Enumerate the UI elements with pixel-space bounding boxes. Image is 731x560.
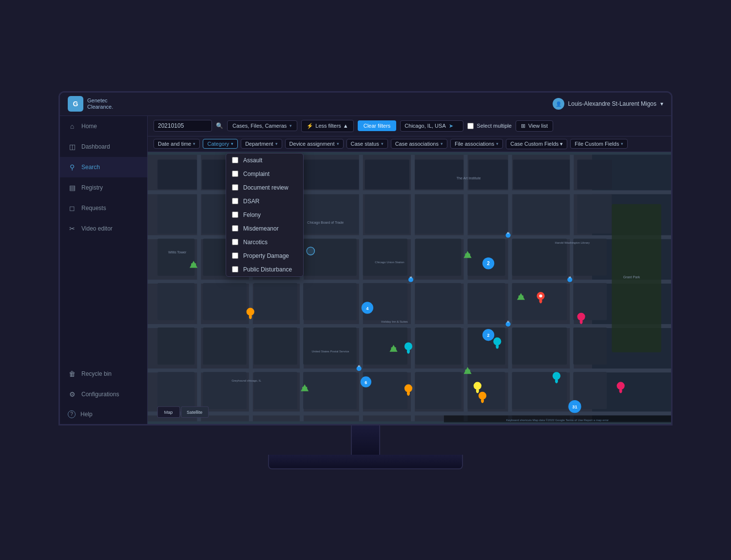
logo-sub: Clearance. [87, 104, 113, 110]
select-multiple-control[interactable]: Select multiple [467, 123, 512, 129]
sidebar-item-registry[interactable]: ▤ Registry [60, 177, 147, 198]
dropdown-item-public-disturbance[interactable]: Public Disturbance [226, 263, 303, 276]
svg-text:2: 2 [487, 333, 490, 338]
view-list-label: View list [528, 123, 548, 129]
select-multiple-checkbox[interactable] [467, 123, 474, 129]
svg-rect-93 [191, 263, 196, 267]
filter-tag-date-time[interactable]: Date and time ▾ [154, 139, 200, 149]
svg-text:Satellite: Satellite [187, 410, 202, 415]
svg-rect-44 [203, 283, 246, 320]
sidebar-label-registry: Registry [81, 184, 103, 191]
checkbox-felony[interactable] [232, 212, 238, 218]
filter-tag-department-label: Department [245, 141, 273, 147]
filter-tag-case-status-label: Case status [351, 141, 379, 147]
checkbox-misdemeanor[interactable] [232, 225, 238, 232]
svg-text:Keyboard shortcuts  Map data ©: Keyboard shortcuts Map data ©2022 Google… [506, 418, 609, 421]
sidebar-item-recycle-bin[interactable]: 🗑 Recycle bin [60, 364, 147, 384]
svg-rect-15 [365, 194, 409, 233]
filter-tag-category[interactable]: Category ▾ [203, 139, 238, 149]
content-type-chevron-icon: ▾ [289, 123, 292, 128]
dropdown-label-complaint: Complaint [243, 171, 269, 177]
svg-rect-65 [363, 372, 407, 409]
sidebar-item-home[interactable]: ⌂ Home [60, 116, 147, 136]
clear-filters-button[interactable]: Clear filters [358, 120, 397, 131]
map-area[interactable]: Willis Tower Chicago Board of Trade The … [148, 152, 671, 424]
monitor-stand-neck [351, 425, 380, 455]
sidebar: ⌂ Home ◫ Dashboard ⚲ Search ▤ Registry [60, 116, 148, 424]
logo-area: G Genetec Clearance. [68, 96, 113, 112]
dropdown-item-dsar[interactable]: DSAR [226, 194, 303, 208]
dropdown-item-narcotics[interactable]: Narcotics [226, 235, 303, 249]
filter-tag-device-assignment[interactable]: Device assignment ▾ [285, 139, 344, 149]
sidebar-label-home: Home [81, 123, 97, 130]
svg-rect-54 [254, 328, 297, 365]
svg-text:M: M [507, 320, 509, 323]
sidebar-label-dashboard: Dashboard [81, 143, 110, 150]
dropdown-item-document-review[interactable]: Document review [226, 181, 303, 194]
svg-point-140 [307, 247, 314, 254]
sidebar-label-help: Help [80, 411, 93, 418]
search-input[interactable] [158, 122, 197, 129]
dropdown-label-felony: Felony [243, 212, 261, 218]
checkbox-property-damage[interactable] [232, 252, 238, 259]
dropdown-label-misdemeanor: Misdemeanor [243, 225, 279, 232]
filter-tags-bar: Date and time ▾ Category ▾ Department ▾ [148, 136, 671, 152]
checkbox-complaint[interactable] [232, 171, 238, 177]
filter-tag-case-associations[interactable]: Case associations ▾ [391, 139, 447, 149]
checkbox-document-review[interactable] [232, 184, 238, 191]
configurations-icon: ⚙ [68, 390, 77, 399]
dropdown-item-misdemeanor[interactable]: Misdemeanor [226, 222, 303, 235]
filter-bar: 🔍 Cases, Files, Cameras ▾ ⚡ Less filters… [148, 116, 671, 136]
dropdown-item-assault[interactable]: Assault [226, 154, 303, 167]
checkbox-public-disturbance[interactable] [232, 266, 238, 272]
sidebar-label-configurations: Configurations [81, 391, 119, 398]
filter-tag-file-custom-fields[interactable]: File Custom Fields ▾ [570, 139, 628, 149]
svg-text:Harold Washington Library: Harold Washington Library [555, 241, 591, 244]
filter-tag-case-status[interactable]: Case status ▾ [346, 139, 388, 149]
requests-icon: ◻ [68, 204, 77, 212]
view-list-button[interactable]: ⊞ View list [516, 120, 553, 132]
sidebar-spacer [60, 239, 147, 364]
location-box: Chicago, IL, USA ➤ [400, 120, 463, 132]
help-icon: ? [68, 410, 76, 418]
map-background: Willis Tower Chicago Board of Trade The … [148, 152, 671, 424]
sidebar-item-help[interactable]: ? Help [60, 405, 147, 424]
filter-tag-device-assignment-chevron: ▾ [337, 141, 339, 146]
svg-rect-59 [512, 328, 567, 365]
svg-text:M: M [507, 231, 509, 234]
sidebar-item-search[interactable]: ⚲ Search [60, 157, 147, 177]
checkbox-narcotics[interactable] [232, 239, 238, 245]
content-type-label: Cases, Files, Cameras [232, 123, 287, 129]
user-area[interactable]: 👤 Louis-Alexandre St-Laurent Migos ▾ [553, 98, 663, 110]
dropdown-item-felony[interactable]: Felony [226, 208, 303, 222]
user-avatar: 👤 [553, 98, 564, 110]
main-layout: ⌂ Home ◫ Dashboard ⚲ Search ▤ Registry [60, 116, 671, 424]
content-type-dropdown[interactable]: Cases, Files, Cameras ▾ [227, 120, 297, 131]
filter-tag-department[interactable]: Department ▾ [241, 139, 282, 149]
svg-text:M: M [358, 365, 360, 367]
search-submit-button[interactable]: 🔍 [216, 122, 223, 129]
svg-rect-2 [157, 159, 197, 189]
sidebar-item-requests[interactable]: ◻ Requests [60, 198, 147, 218]
dropdown-label-public-disturbance: Public Disturbance [243, 266, 292, 273]
checkbox-dsar[interactable] [232, 198, 238, 204]
checkbox-assault[interactable] [232, 157, 238, 163]
svg-point-127 [555, 378, 558, 383]
sidebar-item-dashboard[interactable]: ◫ Dashboard [60, 136, 147, 157]
svg-rect-67 [468, 372, 505, 409]
sidebar-item-video-editor[interactable]: ✂ Video editor [60, 218, 147, 239]
less-filters-button[interactable]: ⚡ Less filters ▲ [302, 120, 353, 132]
svg-point-137 [619, 388, 622, 393]
dashboard-icon: ◫ [68, 142, 77, 151]
sidebar-item-configurations[interactable]: ⚙ Configurations [60, 384, 147, 405]
filter-tag-file-associations[interactable]: File associations ▾ [450, 139, 503, 149]
svg-rect-105 [302, 386, 307, 390]
dropdown-item-complaint[interactable]: Complaint [226, 167, 303, 181]
svg-rect-9 [513, 159, 573, 189]
svg-rect-34 [157, 238, 194, 275]
less-filters-label: Less filters [315, 123, 341, 129]
dropdown-item-property-damage[interactable]: Property Damage [226, 249, 303, 263]
dropdown-label-property-damage: Property Damage [243, 252, 289, 259]
filter-tag-case-custom-fields[interactable]: Case Custom Fields ▾ [506, 139, 567, 149]
svg-text:Greyhound chicago, IL: Greyhound chicago, IL [231, 379, 262, 382]
